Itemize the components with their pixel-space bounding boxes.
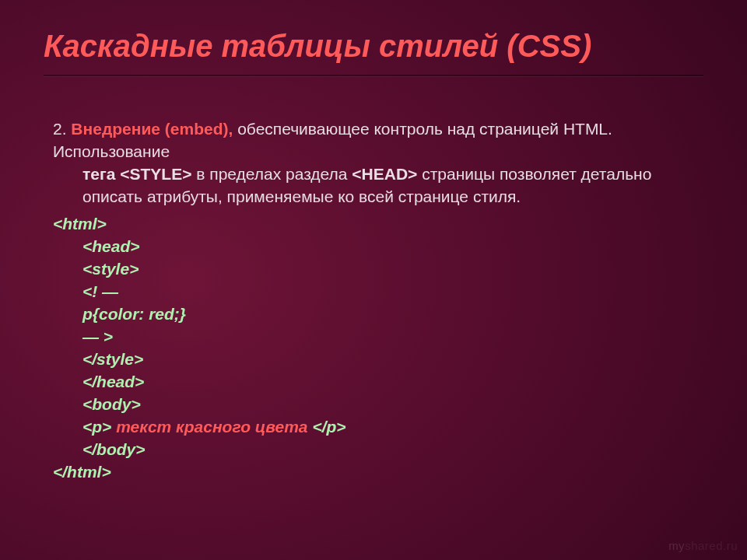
- watermark: myshared.ru: [668, 539, 738, 552]
- slide-body: 2. Внедрение (embed), обеспечивающее кон…: [44, 118, 691, 484]
- paragraph-embed: 2. Внедрение (embed), обеспечивающее кон…: [53, 118, 691, 163]
- code-block: <html> <head> <style> <! — p{color: red;…: [53, 213, 691, 484]
- style-tag: <STYLE>: [120, 165, 191, 183]
- code-line: <head>: [53, 236, 691, 258]
- head-tag: <HEAD>: [352, 165, 417, 183]
- code-line: </head>: [53, 371, 691, 394]
- code-line: — >: [53, 326, 691, 348]
- watermark-rest: shared.ru: [685, 539, 738, 552]
- watermark-my: my: [668, 539, 685, 552]
- tag-word: тега: [82, 165, 120, 183]
- code-line: <p> текст красного цвета </p>: [53, 416, 691, 439]
- code-line: <body>: [53, 394, 691, 416]
- embed-label: Внедрение (embed),: [71, 120, 233, 138]
- code-line: </body>: [53, 439, 691, 461]
- code-line: </style>: [53, 348, 691, 371]
- para-text-2: в пределах раздела: [191, 165, 352, 183]
- code-p-open: <p>: [82, 418, 116, 436]
- slide: Каскадные таблицы стилей (CSS) 2. Внедре…: [0, 0, 747, 560]
- list-number: 2.: [53, 120, 67, 138]
- paragraph-cont: тега <STYLE> в пределах раздела <HEAD> с…: [53, 163, 691, 208]
- code-line: p{color: red;}: [53, 303, 691, 326]
- code-line: <html>: [53, 213, 691, 236]
- code-line: <style>: [53, 258, 691, 281]
- code-red-text: текст красного цвета: [116, 418, 307, 436]
- code-p-close: </p>: [308, 418, 346, 436]
- code-line: <! —: [53, 281, 691, 303]
- code-line: </html>: [53, 461, 691, 484]
- slide-title: Каскадные таблицы стилей (CSS): [44, 28, 703, 76]
